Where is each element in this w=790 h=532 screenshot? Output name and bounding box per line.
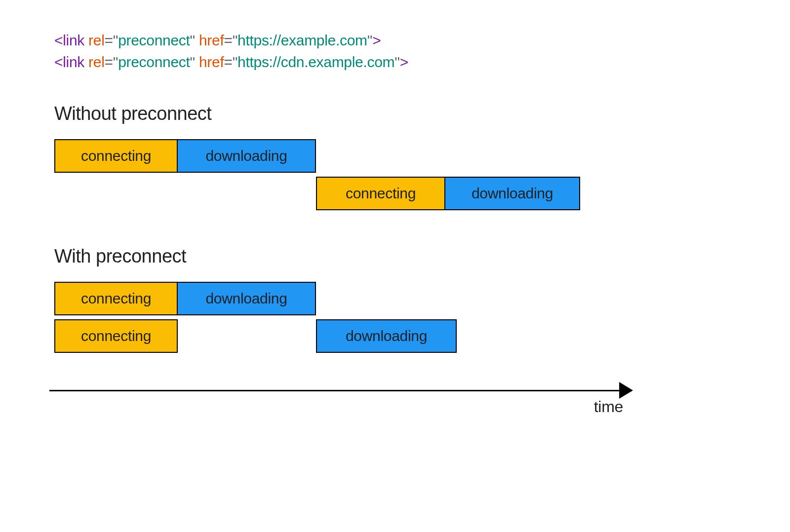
bar-downloading: downloading bbox=[444, 177, 580, 210]
eq: =" bbox=[224, 54, 237, 70]
attr-href: href bbox=[199, 32, 224, 48]
tag-close: > bbox=[400, 54, 408, 70]
diagram-container: <link rel="preconnect" href="https://exa… bbox=[0, 0, 790, 354]
rel-value: preconnect bbox=[118, 32, 190, 48]
arrow-right-icon bbox=[619, 382, 633, 399]
href-value-1: https://example.com bbox=[237, 32, 367, 48]
code-line-1: <link rel="preconnect" href="https://exa… bbox=[54, 30, 736, 51]
tag-open: <link bbox=[54, 32, 84, 48]
time-axis: time bbox=[49, 384, 632, 414]
axis-line bbox=[49, 390, 632, 391]
bar-connecting: connecting bbox=[54, 139, 178, 173]
bar-downloading: downloading bbox=[316, 319, 457, 353]
eq: =" bbox=[105, 32, 118, 48]
tag-open: <link bbox=[54, 54, 84, 70]
eq: =" bbox=[224, 32, 237, 48]
section-title-without: Without preconnect bbox=[54, 103, 736, 124]
href-value-2: https://cdn.example.com bbox=[237, 54, 395, 70]
bar-downloading: downloading bbox=[177, 139, 316, 173]
section-title-with: With preconnect bbox=[54, 246, 736, 267]
rel-value: preconnect bbox=[118, 54, 190, 70]
code-line-2: <link rel="preconnect" href="https://cdn… bbox=[54, 51, 736, 73]
bar-downloading: downloading bbox=[177, 282, 316, 315]
timeline-row: connecting downloading bbox=[54, 319, 736, 354]
attr-href: href bbox=[199, 54, 224, 70]
q-close: " bbox=[367, 32, 372, 48]
eq: =" bbox=[105, 54, 118, 70]
timeline-without: connecting downloading connecting downlo… bbox=[54, 139, 736, 211]
q-close: " bbox=[190, 54, 195, 70]
tag-close: > bbox=[372, 32, 381, 48]
timeline-with: connecting downloading connecting downlo… bbox=[54, 282, 736, 354]
bar-connecting: connecting bbox=[54, 282, 178, 315]
q-close: " bbox=[395, 54, 399, 70]
timeline-row: connecting downloading bbox=[54, 139, 736, 174]
attr-rel: rel bbox=[88, 54, 104, 70]
timeline-row: connecting downloading bbox=[54, 282, 736, 316]
axis-label: time bbox=[594, 398, 623, 416]
attr-rel: rel bbox=[88, 32, 104, 48]
bar-connecting: connecting bbox=[54, 319, 178, 353]
q-close: " bbox=[190, 32, 195, 48]
timeline-row: connecting downloading bbox=[54, 177, 736, 211]
bar-connecting: connecting bbox=[316, 177, 445, 210]
